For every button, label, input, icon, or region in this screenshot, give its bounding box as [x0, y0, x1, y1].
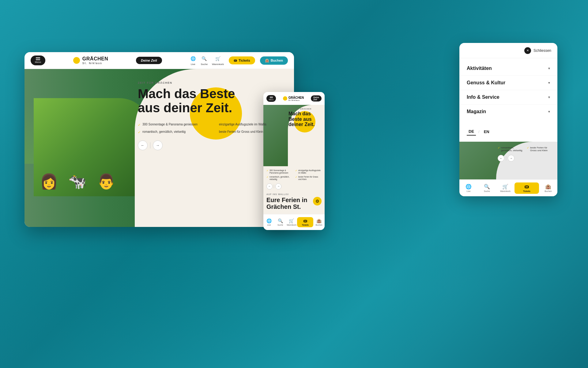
- panel-buchen-icon: 🏨: [545, 184, 551, 190]
- hero-arrows: ← →: [138, 140, 285, 150]
- mobile-arrow-prev[interactable]: ←: [266, 183, 273, 190]
- logo-dot: [73, 57, 80, 64]
- desktop-hero: ZEIT FÜR GRÄCHEN Mach das Beste aus dein…: [24, 69, 294, 227]
- mobile-gear-button[interactable]: ⚙: [313, 197, 322, 205]
- feature-3: ✓ romantisch, gemütlich, vielseitig: [138, 130, 208, 134]
- mobile-nav-buchen[interactable]: 🏨 Buchen: [313, 218, 325, 226]
- mobile-feature-4-text: beste Ferien für Grass und Klein: [298, 176, 322, 181]
- panel-nav-aktivitaten[interactable]: Aktivitäten ▾: [459, 61, 557, 76]
- mobile-feature-4: ✓ beste Ferien für Grass und Klein: [295, 176, 322, 181]
- scene: Menü GRÄCHEN St. Niklaus Deine Zeit 🌐 Li…: [0, 0, 588, 368]
- feature-4-text: beste Ferien für Gross und Klein: [219, 130, 263, 134]
- panel-mockup: ✕ Schliessen Aktivitäten ▾ Genuss & Kult…: [459, 43, 557, 196]
- mobile-feature-3: ✓ romantisch, gemütlich, vielseitig: [266, 176, 293, 181]
- nav-icon-group: 🌐 Live 🔍 Suche 🛒 Warenkorb: [190, 55, 224, 66]
- deine-zeit-badge: Deine Zeit: [136, 57, 162, 64]
- search-icon: 🔍: [201, 55, 208, 62]
- info-service-label: Info & Service: [467, 94, 499, 100]
- mobile-feature-1-text: 300 Sonnentage & Panorama geniessen: [270, 169, 293, 174]
- panel-nav-tickets[interactable]: 🎟 Tickets: [514, 182, 539, 194]
- panel-nav-magazin[interactable]: Magazin ▾: [459, 105, 557, 119]
- desktop-menu-button[interactable]: Menü: [31, 56, 45, 65]
- hero-features: ✓ 300 Sonnentage & Panorama geniessen ✓ …: [138, 122, 285, 134]
- close-x-icon: ✕: [524, 47, 531, 54]
- panel-close-button[interactable]: ✕ Schliessen: [524, 47, 551, 54]
- info-service-chevron: ▾: [548, 95, 550, 99]
- panel-tickets-icon: 🎟: [524, 184, 529, 190]
- panel-arrow-next[interactable]: →: [508, 155, 514, 162]
- mobile-feature-3-text: romantisch, gemütlich, vielseitig: [270, 176, 293, 181]
- panel-live-icon: 🌐: [466, 184, 472, 190]
- lang-divider: /: [478, 129, 480, 134]
- mobile-logo-text: GRÄCHEN: [288, 96, 304, 99]
- mobile-buchen-icon: 🏨: [316, 218, 322, 223]
- panel-check-2: ✓: [527, 146, 529, 149]
- arrow-prev-button[interactable]: ←: [138, 140, 148, 150]
- panel-live-label: Live: [467, 190, 471, 192]
- nav-live[interactable]: 🌐 Live: [190, 55, 196, 66]
- panel-nav-live[interactable]: 🌐 Live: [459, 184, 478, 192]
- feature-1: ✓ 300 Sonnentage & Panorama geniessen: [138, 122, 208, 127]
- buchen-button[interactable]: 🏨 Buchen: [260, 56, 288, 65]
- hero-label: ZEIT FÜR GRÄCHEN: [138, 81, 285, 84]
- arrow-next-button[interactable]: →: [153, 140, 163, 150]
- panel-arrow-divider: [506, 156, 506, 160]
- cart-icon: 🛒: [215, 55, 221, 62]
- lang-en-button[interactable]: EN: [482, 128, 491, 135]
- panel-lang: DE / EN: [459, 122, 557, 142]
- hero-title: Mach das Beste aus deiner Zeit.: [138, 87, 285, 115]
- mobile-search-label: Suche: [277, 224, 283, 226]
- mobile-cart-icon: 🛒: [289, 218, 294, 223]
- panel-nav-warenkorb[interactable]: 🛒 Warenkorb: [496, 184, 514, 192]
- nav-warenkorb[interactable]: 🛒 Warenkorb: [212, 55, 224, 66]
- buchen-icon: 🏨: [265, 59, 269, 63]
- mobile-feature-2-text: einzigartige Ausflugsziele im Wallis: [298, 169, 322, 174]
- tickets-icon: 🎟: [234, 59, 237, 62]
- mobile-nav-suche[interactable]: 🔍 Suche: [275, 218, 286, 226]
- mobile-hero-label: ZEIT FÜR GRÄCHEN: [288, 108, 322, 110]
- mobile-feature-2: ✓ einzigartige Ausflugsziele im Wallis: [295, 169, 322, 174]
- panel-nav-buchen[interactable]: 🏨 Buchen: [539, 184, 557, 192]
- mobile-hero-title: Mach das Beste aus deiner Zeit.: [288, 111, 322, 127]
- mobile-bottom-nav: 🌐 Live 🔍 Suche 🛒 Warenkorb 🎟 Tickets 🏨 B…: [263, 214, 325, 230]
- hero-content: ZEIT FÜR GRÄCHEN Mach das Beste aus dein…: [138, 81, 285, 150]
- tickets-button[interactable]: 🎟 Tickets: [229, 56, 255, 64]
- hero-title-line2: aus deiner Zeit.: [138, 101, 232, 115]
- desktop-logo: GRÄCHEN St. Niklaus: [73, 56, 108, 65]
- mobile-arrow-next[interactable]: →: [275, 183, 281, 190]
- panel-tickets-label: Tickets: [523, 190, 530, 192]
- mobile-tickets-icon: 🎟: [303, 218, 307, 223]
- panel-nav-suche[interactable]: 🔍 Suche: [478, 184, 496, 192]
- lang-de-button[interactable]: DE: [467, 128, 476, 136]
- desktop-header: Menü GRÄCHEN St. Niklaus Deine Zeit 🌐 Li…: [24, 52, 294, 69]
- mobile-tickets-label: Tickets: [302, 224, 309, 226]
- panel-cart-label: Warenkorb: [500, 190, 511, 192]
- mobile-check-4: ✓: [295, 176, 297, 179]
- hero-title-line1: Mach das Beste: [138, 86, 235, 101]
- panel-preview-text-2: beste Ferien für Gross und Klein: [530, 146, 553, 152]
- panel-arrow-prev[interactable]: ←: [498, 155, 504, 162]
- panel-nav-genuss[interactable]: Genuss & Kultur ▾: [459, 76, 557, 90]
- logo-text: GRÄCHEN: [82, 56, 108, 62]
- nav-suche[interactable]: 🔍 Suche: [201, 55, 208, 66]
- mobile-nav-tickets[interactable]: 🎟 Tickets: [297, 217, 313, 227]
- live-icon: 🌐: [190, 55, 196, 62]
- feature-1-text: 300 Sonnentage & Panorama geniessen: [142, 122, 198, 126]
- live-label: Live: [191, 63, 195, 66]
- mobile-logo-sub: St.Niklaus: [288, 99, 304, 101]
- mobile-hero-content: ZEIT FÜR GRÄCHEN Mach das Beste aus dein…: [288, 108, 322, 127]
- mobile-arrow-divider: [274, 185, 274, 188]
- panel-search-icon: 🔍: [484, 184, 490, 190]
- check-icon-3: ✓: [138, 130, 141, 134]
- desktop-nav: 🌐 Live 🔍 Suche 🛒 Warenkorb 🎟 Tickets: [190, 55, 288, 66]
- panel-cart-icon: 🛒: [502, 184, 508, 190]
- desktop-mockup: Menü GRÄCHEN St. Niklaus Deine Zeit 🌐 Li…: [24, 52, 294, 227]
- mobile-nav-live[interactable]: 🌐 Live: [263, 218, 275, 226]
- mobile-search-icon: 🔍: [278, 218, 283, 223]
- panel-header: ✕ Schliessen: [459, 43, 557, 58]
- feature-2: ✓ einzigartige Ausflugsziele im Wallis: [214, 122, 285, 127]
- panel-nav-info-service[interactable]: Info & Service ▾: [459, 90, 557, 105]
- mobile-nav-warenkorb[interactable]: 🛒 Warenkorb: [286, 218, 297, 226]
- close-label: Schliessen: [533, 48, 551, 53]
- mobile-buchen-label: Buchen: [316, 224, 322, 226]
